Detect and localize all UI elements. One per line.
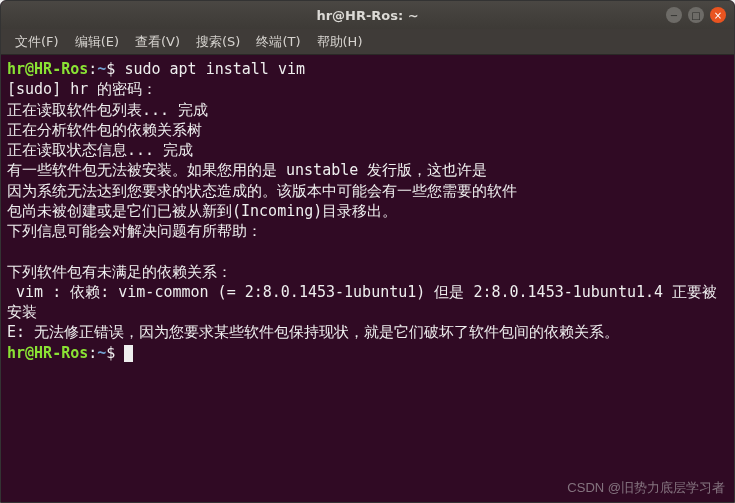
prompt-dollar: $ bbox=[106, 60, 124, 78]
output-line: 正在分析软件包的依赖关系树 bbox=[7, 121, 202, 139]
output-line: 正在读取软件包列表... 完成 bbox=[7, 101, 208, 119]
output-line: vim : 依赖: vim-common (= 2:8.0.1453-1ubun… bbox=[7, 283, 717, 321]
menu-help[interactable]: 帮助(H) bbox=[309, 30, 371, 54]
prompt-path: ~ bbox=[97, 344, 106, 362]
menu-view[interactable]: 查看(V) bbox=[127, 30, 188, 54]
output-line: 因为系统无法达到您要求的状态造成的。该版本中可能会有一些您需要的软件 bbox=[7, 182, 517, 200]
maximize-button[interactable]: □ bbox=[688, 7, 704, 23]
prompt-dollar: $ bbox=[106, 344, 124, 362]
menu-search[interactable]: 搜索(S) bbox=[188, 30, 248, 54]
command-1: sudo apt install vim bbox=[124, 60, 305, 78]
titlebar: hr@HR-Ros: ~ − □ × bbox=[1, 1, 734, 29]
prompt-colon: : bbox=[88, 344, 97, 362]
minimize-button[interactable]: − bbox=[666, 7, 682, 23]
output-line: 包尚未被创建或是它们已被从新到(Incoming)目录移出。 bbox=[7, 202, 397, 220]
menu-edit[interactable]: 编辑(E) bbox=[67, 30, 127, 54]
output-line: 正在读取状态信息... 完成 bbox=[7, 141, 193, 159]
terminal-body[interactable]: hr@HR-Ros:~$ sudo apt install vim [sudo]… bbox=[1, 55, 734, 367]
output-line: 有一些软件包无法被安装。如果您用的是 unstable 发行版，这也许是 bbox=[7, 161, 487, 179]
prompt-user-host: hr@HR-Ros bbox=[7, 344, 88, 362]
window-title: hr@HR-Ros: ~ bbox=[316, 8, 418, 23]
prompt-user-host: hr@HR-Ros bbox=[7, 60, 88, 78]
prompt-colon: : bbox=[88, 60, 97, 78]
prompt-path: ~ bbox=[97, 60, 106, 78]
terminal-window: hr@HR-Ros: ~ − □ × 文件(F) 编辑(E) 查看(V) 搜索(… bbox=[0, 0, 735, 503]
output-line: [sudo] hr 的密码： bbox=[7, 80, 157, 98]
cursor bbox=[124, 345, 133, 362]
output-line: 下列软件包有未满足的依赖关系： bbox=[7, 263, 232, 281]
menu-file[interactable]: 文件(F) bbox=[7, 30, 67, 54]
menu-terminal[interactable]: 终端(T) bbox=[248, 30, 308, 54]
window-controls: − □ × bbox=[666, 7, 726, 23]
watermark: CSDN @旧势力底层学习者 bbox=[567, 479, 725, 497]
close-button[interactable]: × bbox=[710, 7, 726, 23]
menubar: 文件(F) 编辑(E) 查看(V) 搜索(S) 终端(T) 帮助(H) bbox=[1, 29, 734, 55]
output-line: E: 无法修正错误，因为您要求某些软件包保持现状，就是它们破坏了软件包间的依赖关… bbox=[7, 323, 619, 341]
output-line: 下列信息可能会对解决问题有所帮助： bbox=[7, 222, 262, 240]
